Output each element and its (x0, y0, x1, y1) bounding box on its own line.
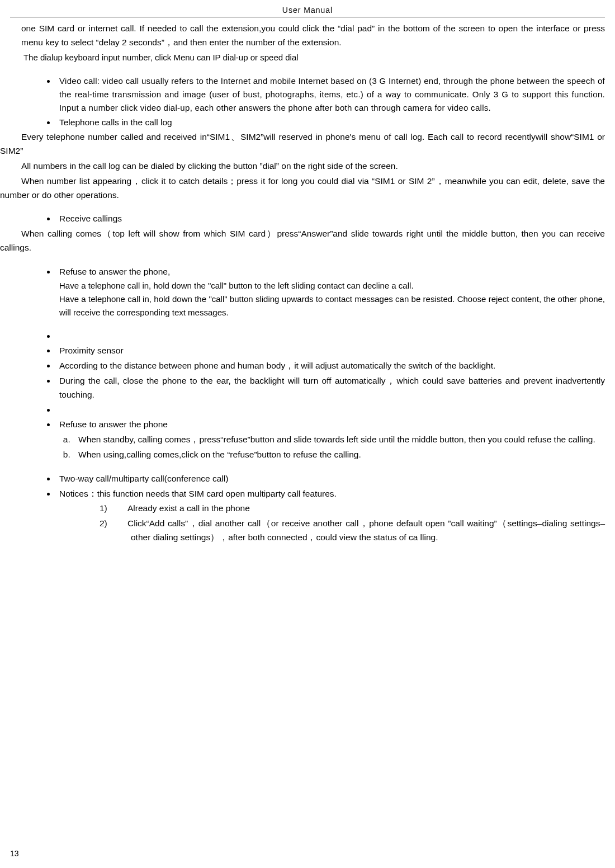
receive-callings-item: Receive callings (56, 212, 605, 226)
proximity-list: Proximity sensor According to the distan… (56, 329, 605, 462)
telephone-calls-item: Telephone calls in the call log (56, 116, 605, 130)
proximity-title: Proximity sensor (56, 344, 605, 358)
conference-step-1: 1)Already exist a call in the phone (115, 502, 605, 516)
page-header: User Manual (0, 0, 615, 17)
conference-step-2: 2)Click“Add calls”，dial another call（or … (115, 517, 605, 545)
conference-title: Two-way call/multiparty call(conference … (56, 472, 605, 486)
proximity-para-2: During the call, close the phone to the … (56, 374, 605, 402)
refuse-item-1: Refuse to answer the phone, Have a telep… (56, 265, 605, 319)
conference-steps: 1)Already exist a call in the phone 2)Cl… (115, 502, 605, 544)
call-log-para-1: Every telephone number called and receiv… (0, 130, 605, 158)
intro-para-1: one SIM card or internet call. If needed… (21, 22, 605, 50)
receive-para: When calling comes（top left will show fr… (0, 227, 605, 255)
call-log-para-3: When number list appearing，click it to c… (0, 174, 605, 202)
header-divider (10, 17, 605, 17)
empty-bullet-1 (56, 329, 605, 343)
page-number: 13 (10, 849, 19, 858)
video-call-item: Video call: video call usually refers to… (56, 74, 605, 115)
call-log-para-2: All numbers in the call log can be diale… (21, 159, 605, 173)
refuse-sublist: When standby, calling comes，press“refuse… (73, 433, 605, 462)
refuse-sub-a: When standby, calling comes，press“refuse… (73, 433, 605, 447)
receive-list: Receive callings (56, 212, 605, 226)
feature-list-1: Video call: video call usually refers to… (56, 74, 605, 130)
intro-para-2: The dialup keyboard input number, click … (21, 51, 605, 64)
refuse-list-1: Refuse to answer the phone, Have a telep… (56, 265, 605, 319)
empty-bullet-2 (56, 403, 605, 417)
refuse-item-2: Refuse to answer the phone When standby,… (56, 418, 605, 461)
conference-notices: Notices：this function needs that SIM car… (56, 487, 605, 545)
conference-list: Two-way call/multiparty call(conference … (56, 472, 605, 545)
refuse-sub-b: When using,calling comes,click on the “r… (73, 448, 605, 462)
page-content: one SIM card or internet call. If needed… (0, 22, 615, 545)
proximity-para-1: According to the distance between phone … (56, 359, 605, 373)
